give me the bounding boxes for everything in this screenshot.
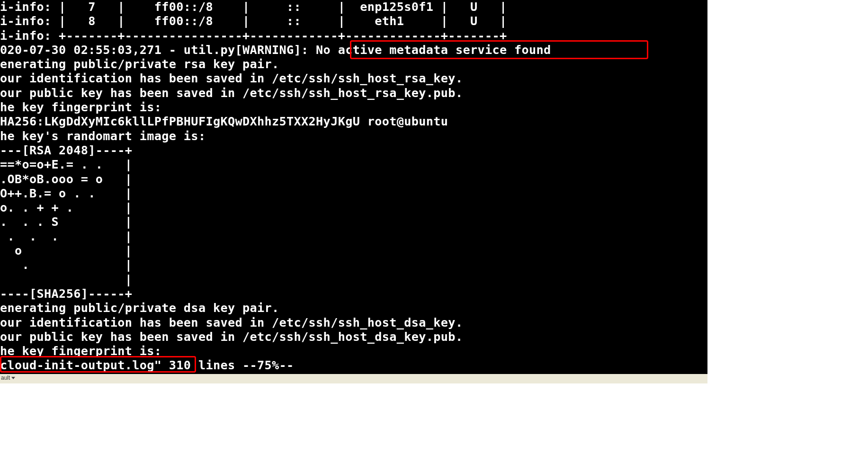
terminal-line: . . . | xyxy=(0,230,707,244)
terminal-line: our public key has been saved in /etc/ss… xyxy=(0,330,707,344)
terminal-line: . | xyxy=(0,258,707,272)
blank-area-bottom xyxy=(0,383,707,472)
terminal-line: enerating public/private rsa key pair. xyxy=(0,57,707,71)
terminal-line: our identification has been saved in /et… xyxy=(0,71,707,86)
annotation-highlight-filename xyxy=(0,356,196,373)
terminal-line: | xyxy=(0,273,707,287)
terminal-line: o | xyxy=(0,244,707,258)
blank-area-right xyxy=(707,0,868,472)
terminal-line: enerating public/private dsa key pair. xyxy=(0,301,707,315)
terminal-line: HA256:LKgDdXyMIc6kllLPfPBHUFIgKQwDXhhz5T… xyxy=(0,115,707,129)
annotation-highlight-warning xyxy=(350,40,648,59)
terminal-line: O++.B.= o . . | xyxy=(0,187,707,201)
terminal-line: ==*o=o+E.= . . | xyxy=(0,158,707,172)
terminal-line: i-info: | 8 | ff00::/8 | :: | eth1 | U | xyxy=(0,14,707,28)
terminal-line: ---[RSA 2048]----+ xyxy=(0,143,707,158)
chevron-down-icon[interactable] xyxy=(11,377,15,379)
terminal-line: ----[SHA256]-----+ xyxy=(0,287,707,301)
terminal-line: our public key has been saved in /etc/ss… xyxy=(0,86,707,100)
terminal-line: our identification has been saved in /et… xyxy=(0,316,707,330)
terminal-line: . . . S | xyxy=(0,215,707,229)
terminal-line: o. . + + . | xyxy=(0,201,707,215)
terminal-window[interactable]: i-info: | 7 | ff00::/8 | :: | enp125s0f1… xyxy=(0,0,707,374)
window-toolbar: ault xyxy=(0,374,707,383)
terminal-line: .OB*oB.ooo = o | xyxy=(0,172,707,187)
terminal-line: he key fingerprint is: xyxy=(0,100,707,115)
terminal-line: i-info: | 7 | ff00::/8 | :: | enp125s0f1… xyxy=(0,0,707,14)
dropdown-label[interactable]: ault xyxy=(1,374,10,381)
terminal-line: he key's randomart image is: xyxy=(0,129,707,143)
